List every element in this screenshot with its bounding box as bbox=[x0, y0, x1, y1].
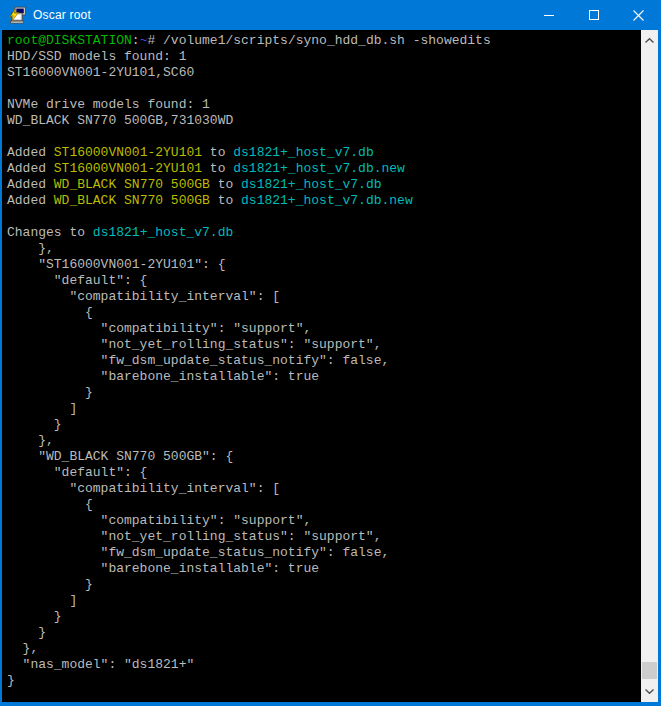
terminal-line: "default": { bbox=[7, 465, 641, 481]
terminal-line: "not_yet_rolling_status": "support", bbox=[7, 337, 641, 353]
terminal-line: "barebone_installable": true bbox=[7, 561, 641, 577]
terminal-line: "default": { bbox=[7, 273, 641, 289]
terminal-line bbox=[7, 81, 641, 97]
scrollbar-thumb[interactable] bbox=[642, 662, 657, 679]
terminal-line: HDD/SSD models found: 1 bbox=[7, 49, 641, 65]
terminal-line: "fw_dsm_update_status_notify": false, bbox=[7, 545, 641, 561]
terminal-line: "not_yet_rolling_status": "support", bbox=[7, 529, 641, 545]
window-title: Oscar root bbox=[33, 8, 526, 22]
title-bar[interactable]: Oscar root bbox=[0, 0, 661, 30]
terminal-line: "barebone_installable": true bbox=[7, 369, 641, 385]
terminal-line: "ST16000VN001-2YU101": { bbox=[7, 257, 641, 273]
minimize-icon bbox=[544, 15, 554, 16]
terminal-line: } bbox=[7, 417, 641, 433]
terminal-line: { bbox=[7, 497, 641, 513]
terminal-line: "nas_model": "ds1821+" bbox=[7, 657, 641, 673]
minimize-button[interactable] bbox=[526, 0, 571, 30]
terminal-line: ] bbox=[7, 593, 641, 609]
terminal-line: "WD_BLACK SN770 500GB": { bbox=[7, 449, 641, 465]
terminal-line: ] bbox=[7, 401, 641, 417]
terminal-line bbox=[7, 209, 641, 225]
terminal-line: root@DISKSTATION:~# /volume1/scripts/syn… bbox=[7, 33, 641, 49]
terminal-line: }, bbox=[7, 433, 641, 449]
terminal-line: }, bbox=[7, 641, 641, 657]
terminal-line: } bbox=[7, 673, 641, 689]
terminal-line: Added ST16000VN001-2YU101 to ds1821+_hos… bbox=[7, 161, 641, 177]
terminal-line: "fw_dsm_update_status_notify": false, bbox=[7, 353, 641, 369]
scroll-up-button[interactable] bbox=[641, 32, 658, 49]
chevron-down-icon bbox=[645, 689, 654, 694]
terminal-line: Added WD_BLACK SN770 500GB to ds1821+_ho… bbox=[7, 177, 641, 193]
terminal-line: Added ST16000VN001-2YU101 to ds1821+_hos… bbox=[7, 145, 641, 161]
terminal-line: ST16000VN001-2YU101,SC60 bbox=[7, 65, 641, 81]
terminal-line: { bbox=[7, 305, 641, 321]
terminal-line: } bbox=[7, 577, 641, 593]
terminal-line: "compatibility_interval": [ bbox=[7, 481, 641, 497]
putty-icon bbox=[8, 6, 26, 24]
scrollbar[interactable] bbox=[641, 30, 658, 702]
terminal-output[interactable]: root@DISKSTATION:~# /volume1/scripts/syn… bbox=[2, 30, 641, 702]
terminal-line: }, bbox=[7, 241, 641, 257]
terminal-line: "compatibility": "support", bbox=[7, 513, 641, 529]
terminal-line: "compatibility_interval": [ bbox=[7, 289, 641, 305]
terminal-line: } bbox=[7, 609, 641, 625]
terminal-line: NVMe drive models found: 1 bbox=[7, 97, 641, 113]
terminal-line: Added WD_BLACK SN770 500GB to ds1821+_ho… bbox=[7, 193, 641, 209]
terminal-line: } bbox=[7, 625, 641, 641]
terminal-line: WD_BLACK SN770 500GB,731030WD bbox=[7, 113, 641, 129]
terminal-line bbox=[7, 129, 641, 145]
scroll-down-button[interactable] bbox=[641, 683, 658, 700]
maximize-button[interactable] bbox=[571, 0, 616, 30]
close-icon bbox=[633, 10, 644, 21]
putty-window: Oscar root root@DISKSTATION:~# /volume1/… bbox=[0, 0, 661, 706]
terminal-line: "compatibility": "support", bbox=[7, 321, 641, 337]
chevron-up-icon bbox=[645, 38, 654, 43]
terminal-line: } bbox=[7, 385, 641, 401]
terminal-line: Changes to ds1821+_host_v7.db bbox=[7, 225, 641, 241]
maximize-icon bbox=[589, 10, 599, 20]
terminal-body: root@DISKSTATION:~# /volume1/scripts/syn… bbox=[2, 30, 658, 702]
close-button[interactable] bbox=[616, 0, 661, 30]
